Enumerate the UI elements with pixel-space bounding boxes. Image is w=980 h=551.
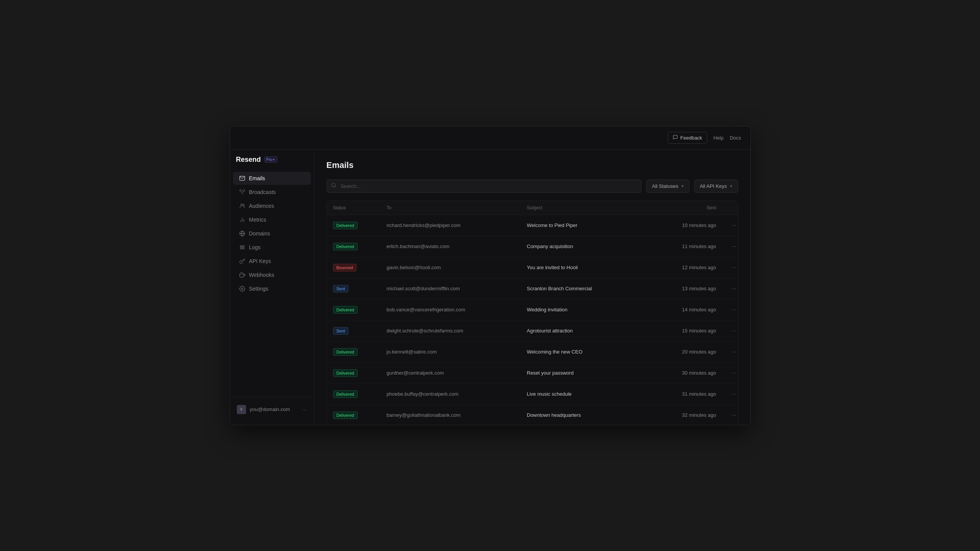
row-more-button[interactable]: ··· [729, 410, 738, 420]
sent-cell: 14 minutes ago [661, 301, 722, 318]
row-more-button[interactable]: ··· [729, 284, 738, 294]
table-row[interactable]: Sent michael.scott@dundermifflin.com Scr… [327, 278, 738, 299]
sidebar-item-logs[interactable]: Logs [233, 241, 311, 254]
metrics-icon [239, 217, 245, 223]
svg-line-18 [335, 186, 336, 188]
actions-cell: ··· [722, 363, 738, 383]
svg-point-16 [241, 288, 243, 289]
feedback-button[interactable]: Feedback [668, 132, 707, 144]
table-body: Delivered richard.hendricks@piedpiper.co… [327, 215, 738, 425]
table-row[interactable]: Delivered gunther@centralperk.com Reset … [327, 363, 738, 384]
sidebar-item-domains[interactable]: Domains [233, 227, 311, 240]
chevron-down-icon: ▾ [730, 184, 732, 189]
sidebar-logo: Resend Pro+ [230, 156, 314, 171]
subject-cell: Company acquisition [521, 238, 661, 255]
subject-cell: Wedding invitation [521, 301, 661, 318]
table-row[interactable]: Delivered phoebe.buffay@centralperk.com … [327, 384, 738, 405]
actions-cell: ··· [722, 299, 738, 320]
logs-icon [239, 244, 245, 250]
status-cell: Delivered [327, 385, 381, 403]
sidebar-item-label: Emails [249, 175, 265, 181]
user-menu[interactable]: Y you@domain.com ··· [233, 402, 311, 417]
table-row[interactable]: Delivered richard.hendricks@piedpiper.co… [327, 215, 738, 236]
main-content: Emails All Statuses ▾ All API Keys [314, 150, 750, 425]
status-cell: Delivered [327, 216, 381, 235]
sidebar-item-broadcasts[interactable]: Broadcasts [233, 186, 311, 199]
to-cell: gunther@centralperk.com [381, 365, 521, 381]
status-cell: Delivered [327, 301, 381, 319]
sent-cell: 11 minutes ago [661, 238, 722, 255]
table-row[interactable]: Delivered jo.bennett@sabre.com Welcoming… [327, 342, 738, 363]
table-row[interactable]: Delivered bob.vance@vancerefrigeration.c… [327, 299, 738, 321]
feedback-icon [673, 135, 678, 141]
sidebar-item-audiences[interactable]: Audiences [233, 199, 311, 212]
subject-cell: Scranton Branch Commercial [521, 280, 661, 297]
sidebar-item-label: Logs [249, 244, 261, 250]
table-row[interactable]: Delivered barney@goliathnationalbank.com… [327, 405, 738, 425]
col-header-status: Status [327, 201, 381, 215]
audiences-icon [239, 203, 245, 209]
svg-point-3 [243, 204, 244, 206]
status-cell: Sent [327, 280, 381, 298]
status-badge: Sent [333, 285, 349, 293]
sent-cell: 31 minutes ago [661, 386, 722, 402]
status-cell: Sent [327, 322, 381, 340]
sidebar-item-emails[interactable]: Emails [233, 172, 311, 185]
search-input[interactable] [327, 179, 642, 193]
status-badge: Delivered [333, 369, 358, 377]
col-header-actions [722, 201, 738, 215]
actions-cell: ··· [722, 236, 738, 257]
settings-icon [239, 286, 245, 292]
status-cell: Delivered [327, 343, 381, 361]
row-more-button[interactable]: ··· [729, 389, 738, 399]
subject-cell: Reset your password [521, 365, 661, 381]
app-window: Feedback Help Docs Resend Pro+ Emails [230, 126, 751, 425]
docs-link[interactable]: Docs [730, 135, 741, 141]
actions-cell: ··· [722, 215, 738, 236]
row-more-button[interactable]: ··· [729, 263, 738, 273]
svg-point-17 [332, 183, 335, 187]
actions-cell: ··· [722, 257, 738, 278]
row-more-button[interactable]: ··· [729, 368, 738, 378]
table-row[interactable]: Delivered erlich.bachman@aviato.com Comp… [327, 236, 738, 257]
table-row[interactable]: Bounced gavin.belson@hooli.com You are i… [327, 257, 738, 278]
sidebar-item-metrics[interactable]: Metrics [233, 213, 311, 226]
sent-cell: 30 minutes ago [661, 365, 722, 381]
svg-point-2 [241, 204, 242, 205]
user-email: you@domain.com [250, 406, 299, 412]
sent-cell: 12 minutes ago [661, 259, 722, 276]
row-more-button[interactable]: ··· [729, 347, 738, 357]
status-badge: Delivered [333, 390, 358, 398]
subject-cell: Agrotourist attraction [521, 322, 661, 339]
col-header-subject: Subject [521, 201, 661, 215]
subject-cell: Welcome to Pied Piper [521, 217, 661, 234]
row-more-button[interactable]: ··· [729, 242, 738, 252]
status-filter-dropdown[interactable]: All Statuses ▾ [646, 179, 689, 193]
sent-cell: 20 minutes ago [661, 344, 722, 360]
sidebar-item-settings[interactable]: Settings [233, 282, 311, 295]
status-badge: Delivered [333, 348, 358, 356]
sent-cell: 15 minutes ago [661, 322, 722, 339]
status-cell: Bounced [327, 258, 381, 277]
status-cell: Delivered [327, 237, 381, 256]
subject-cell: Live music schedule [521, 386, 661, 402]
api-keys-filter-dropdown[interactable]: All API Keys ▾ [694, 179, 738, 193]
sidebar-item-webhooks[interactable]: Webhooks [233, 268, 311, 281]
help-link[interactable]: Help [713, 135, 724, 141]
main-layout: Resend Pro+ Emails Broadcasts [230, 150, 750, 425]
subject-cell: Downtown headquarters [521, 407, 661, 423]
logo-text: Resend [236, 156, 261, 164]
table-row[interactable]: Sent dwight.schrute@schrutefarms.com Agr… [327, 321, 738, 342]
sidebar-item-label: Broadcasts [249, 189, 276, 195]
sent-cell: 32 minutes ago [661, 407, 722, 423]
key-icon [239, 258, 245, 264]
status-badge: Delivered [333, 222, 358, 229]
sidebar-item-label: Metrics [249, 217, 266, 223]
row-more-button[interactable]: ··· [729, 326, 738, 336]
row-more-button[interactable]: ··· [729, 220, 738, 230]
row-more-button[interactable]: ··· [729, 305, 738, 315]
to-cell: gavin.belson@hooli.com [381, 259, 521, 276]
to-cell: phoebe.buffay@centralperk.com [381, 386, 521, 402]
search-container [327, 179, 642, 193]
sidebar-item-api-keys[interactable]: API Keys [233, 255, 311, 268]
